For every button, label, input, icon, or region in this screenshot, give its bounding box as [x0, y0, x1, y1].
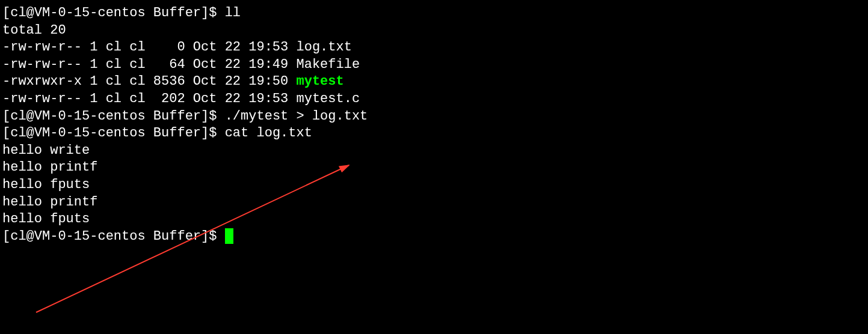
file-name: Makefile: [296, 57, 360, 72]
ls-file-row: -rw-rw-r-- 1 cl cl 0 Oct 22 19:53 log.tx…: [2, 39, 866, 56]
output-line: hello write: [2, 142, 866, 160]
cat-output: hello writehello printfhello fputshello …: [2, 142, 866, 228]
prompt: [cl@VM-0-15-centos Buffer]$: [2, 109, 225, 124]
ls-file-list: -rw-rw-r-- 1 cl cl 0 Oct 22 19:53 log.tx…: [2, 39, 866, 108]
command-text: cat log.txt: [225, 126, 312, 141]
prompt-line[interactable]: [cl@VM-0-15-centos Buffer]$ ll: [2, 5, 866, 22]
command-text: ./mytest > log.txt: [225, 109, 368, 124]
prompt: [cl@VM-0-15-centos Buffer]$: [2, 126, 225, 141]
file-name: mytest.c: [296, 91, 360, 106]
output-line: hello fputs: [2, 177, 866, 194]
file-name: mytest: [296, 74, 343, 89]
output-line: hello printf: [2, 194, 866, 211]
prompt: [cl@VM-0-15-centos Buffer]$: [2, 229, 225, 244]
ls-total: total 20: [2, 22, 866, 40]
ls-file-row: -rw-rw-r-- 1 cl cl 64 Oct 22 19:49 Makef…: [2, 56, 866, 74]
ls-file-row: -rw-rw-r-- 1 cl cl 202 Oct 22 19:53 myte…: [2, 91, 866, 108]
prompt: [cl@VM-0-15-centos Buffer]$: [2, 5, 225, 20]
output-line: hello fputs: [2, 211, 866, 228]
output-line: hello printf: [2, 159, 866, 177]
cursor-icon: [225, 228, 233, 244]
terminal-output: [cl@VM-0-15-centos Buffer]$ ll total 20 …: [2, 5, 866, 245]
prompt-line[interactable]: [cl@VM-0-15-centos Buffer]$ cat log.txt: [2, 125, 866, 142]
file-name: log.txt: [296, 40, 351, 55]
prompt-line[interactable]: [cl@VM-0-15-centos Buffer]$ ./mytest > l…: [2, 108, 866, 126]
command-text: ll: [225, 5, 241, 20]
ls-file-row: -rwxrwxr-x 1 cl cl 8536 Oct 22 19:50 myt…: [2, 73, 866, 91]
prompt-line[interactable]: [cl@VM-0-15-centos Buffer]$: [2, 228, 866, 246]
